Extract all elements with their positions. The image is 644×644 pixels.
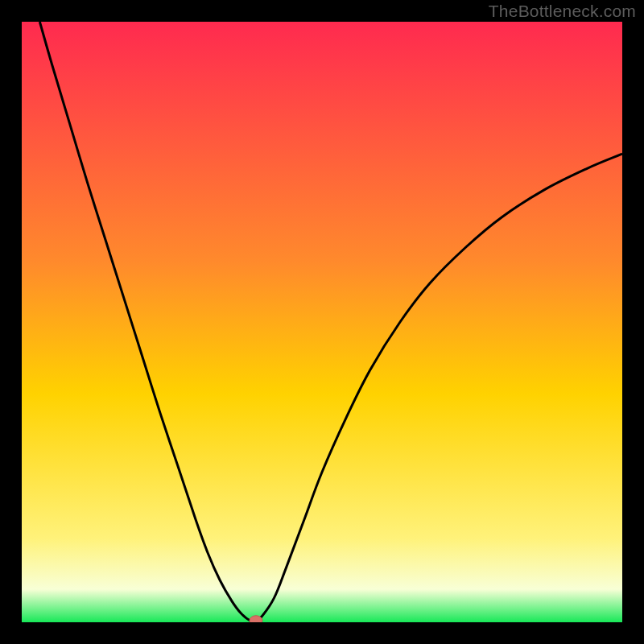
plot-area (22, 22, 622, 622)
optimal-point-marker (250, 616, 262, 622)
bottleneck-chart (22, 22, 622, 622)
chart-frame: TheBottleneck.com (0, 0, 644, 644)
attribution-label: TheBottleneck.com (489, 2, 636, 21)
gradient-background (22, 22, 622, 622)
